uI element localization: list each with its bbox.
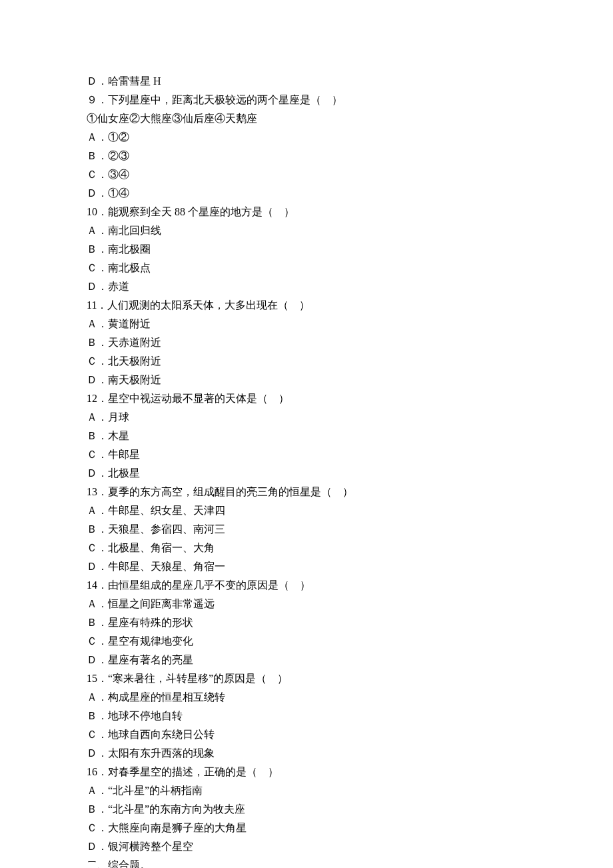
option-15d: Ｄ．太阳有东升西落的现象 <box>87 744 526 763</box>
option-11d: Ｄ．南天极附近 <box>87 371 526 389</box>
option-10b: Ｂ．南北极圈 <box>87 240 526 259</box>
option-15c: Ｃ．地球自西向东绕日公转 <box>87 725 526 744</box>
option-16b: Ｂ．“北斗星”的东南方向为牧夫座 <box>87 800 526 819</box>
question-14: 14．由恒星组成的星座几乎不变的原因是（ ） <box>87 576 526 595</box>
question-9-stems: ①仙女座②大熊座③仙后座④天鹅座 <box>87 109 526 128</box>
question-12: 12．星空中视运动最不显著的天体是（ ） <box>87 389 526 408</box>
option-9c: Ｃ．③④ <box>87 165 526 184</box>
option-15a: Ａ．构成星座的恒星相互绕转 <box>87 688 526 707</box>
option-14d: Ｄ．星座有著名的亮星 <box>87 651 526 669</box>
question-15: 15．“寒来暑往，斗转星移”的原因是（ ） <box>87 669 526 688</box>
option-8d: Ｄ．哈雷彗星 H <box>87 72 526 91</box>
document-page: Ｄ．哈雷彗星 H ９．下列星座中，距离北天极较远的两个星座是（ ） ①仙女座②大… <box>0 0 613 868</box>
question-10: 10．能观察到全天 88 个星座的地方是（ ） <box>87 203 526 221</box>
question-16: 16．对春季星空的描述，正确的是（ ） <box>87 763 526 781</box>
option-14c: Ｃ．星空有规律地变化 <box>87 632 526 651</box>
option-9d: Ｄ．①④ <box>87 184 526 203</box>
question-9: ９．下列星座中，距离北天极较远的两个星座是（ ） <box>87 91 526 109</box>
option-13c: Ｃ．北极星、角宿一、大角 <box>87 539 526 557</box>
option-12a: Ａ．月球 <box>87 408 526 427</box>
option-12c: Ｃ．牛郎星 <box>87 445 526 464</box>
option-10a: Ａ．南北回归线 <box>87 221 526 240</box>
option-9b: Ｂ．②③ <box>87 147 526 165</box>
question-13: 13．夏季的东方高空，组成醒目的亮三角的恒星是（ ） <box>87 483 526 501</box>
option-12b: Ｂ．木星 <box>87 427 526 445</box>
option-15b: Ｂ．地球不停地自转 <box>87 707 526 725</box>
option-13b: Ｂ．天狼星、参宿四、南河三 <box>87 520 526 539</box>
option-16a: Ａ．“北斗星”的斗柄指南 <box>87 781 526 800</box>
option-9a: Ａ．①② <box>87 128 526 147</box>
option-16c: Ｃ．大熊座向南是狮子座的大角星 <box>87 819 526 837</box>
option-14b: Ｂ．星座有特殊的形状 <box>87 613 526 632</box>
question-11: 11．人们观测的太阳系天体，大多出现在（ ） <box>87 296 526 315</box>
option-13d: Ｄ．牛郎星、天狼星、角宿一 <box>87 557 526 576</box>
option-11b: Ｂ．天赤道附近 <box>87 333 526 352</box>
section-2-heading: 二、综合题。 <box>87 856 526 868</box>
option-16d: Ｄ．银河横跨整个星空 <box>87 837 526 856</box>
option-12d: Ｄ．北极星 <box>87 464 526 483</box>
option-10c: Ｃ．南北极点 <box>87 259 526 277</box>
option-10d: Ｄ．赤道 <box>87 277 526 296</box>
option-14a: Ａ．恒星之间距离非常遥远 <box>87 595 526 613</box>
option-11c: Ｃ．北天极附近 <box>87 352 526 371</box>
option-11a: Ａ．黄道附近 <box>87 315 526 333</box>
option-13a: Ａ．牛郎星、织女星、天津四 <box>87 501 526 520</box>
